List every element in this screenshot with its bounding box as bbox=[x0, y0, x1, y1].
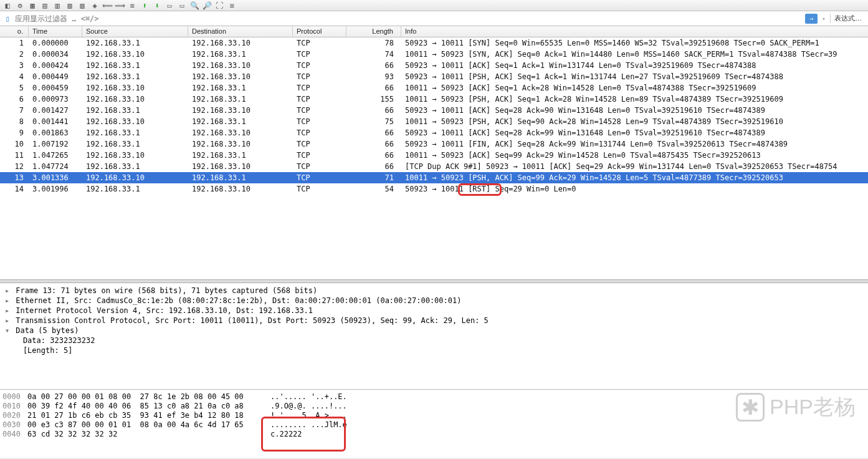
packet-row[interactable]: 143.001996192.168.33.1192.168.33.10TCP54… bbox=[0, 183, 868, 195]
toolbar-icon[interactable]: ≡ bbox=[127, 1, 137, 10]
col-header-time[interactable]: Time bbox=[29, 26, 82, 37]
cell-source: 192.168.33.10 bbox=[82, 82, 188, 94]
packet-row[interactable]: 90.001863192.168.33.1192.168.33.10TCP665… bbox=[0, 127, 868, 138]
zoom-in-icon[interactable]: 🔍 bbox=[189, 1, 199, 10]
toolbar-icon[interactable]: ⬇ bbox=[152, 1, 162, 10]
toolbar-icon[interactable]: ▦ bbox=[27, 1, 37, 10]
hex-offset: 0020 bbox=[2, 411, 27, 420]
hex-line[interactable]: 004063 cd 32 32 32 32 32c.22222 bbox=[0, 430, 868, 439]
cell-length: 66 bbox=[346, 82, 401, 94]
col-header-destination[interactable]: Destination bbox=[188, 26, 293, 37]
hex-ascii: .9.O@.@. ....!... bbox=[270, 402, 370, 411]
detail-line[interactable]: ▸ Ethernet II, Src: CadmusCo_8c:1e:2b (0… bbox=[0, 296, 868, 306]
cell-no: 6 bbox=[0, 94, 29, 105]
packet-row[interactable]: 111.047265192.168.33.10192.168.33.1TCP66… bbox=[0, 150, 868, 161]
cell-source: 192.168.33.1 bbox=[82, 105, 188, 116]
packet-row[interactable]: 121.047724192.168.33.1192.168.33.10TCP66… bbox=[0, 161, 868, 172]
display-filter-input[interactable] bbox=[15, 14, 803, 23]
cell-time: 3.001996 bbox=[29, 183, 82, 195]
col-header-length[interactable]: Length bbox=[346, 26, 401, 37]
packet-row[interactable]: 20.000034192.168.33.10192.168.33.1TCP741… bbox=[0, 49, 868, 60]
detail-line[interactable]: ▸ Internet Protocol Version 4, Src: 192.… bbox=[0, 306, 868, 316]
hex-offset: 0040 bbox=[2, 430, 27, 439]
packet-row[interactable]: 50.000459192.168.33.10192.168.33.1TCP661… bbox=[0, 82, 868, 94]
cell-info: [TCP Dup ACK 9#1] 50923 → 10011 [ACK] Se… bbox=[401, 161, 868, 172]
toolbar-icon[interactable]: ⛶ bbox=[214, 1, 224, 10]
cell-destination: 192.168.33.1 bbox=[188, 82, 293, 94]
toolbar-icon[interactable]: ≡ bbox=[227, 1, 237, 10]
cell-length: 66 bbox=[346, 60, 401, 71]
col-header-no[interactable]: o. bbox=[0, 26, 29, 37]
cell-length: 74 bbox=[346, 49, 401, 60]
filter-apply-icon[interactable]: → bbox=[805, 14, 818, 24]
hex-offset: 0000 bbox=[2, 392, 27, 402]
cell-protocol: TCP bbox=[293, 150, 346, 161]
toolbar-icon[interactable]: ⬆ bbox=[140, 1, 150, 10]
toolbar-icon[interactable]: ◈ bbox=[90, 1, 100, 10]
toolbar-icon[interactable]: ▨ bbox=[77, 1, 87, 10]
cell-source: 192.168.33.10 bbox=[82, 150, 188, 161]
toolbar-icon[interactable]: ⟸ bbox=[102, 1, 112, 10]
expression-button[interactable]: 表达式… bbox=[830, 14, 866, 23]
cell-info: 50923 → 10011 [SYN] Seq=0 Win=65535 Len=… bbox=[401, 37, 868, 49]
cell-time: 0.000034 bbox=[29, 49, 82, 60]
toolbar-icon[interactable]: ▧ bbox=[65, 1, 75, 10]
cell-protocol: TCP bbox=[293, 183, 346, 195]
filter-bookmark-icon[interactable]: ▯ bbox=[2, 14, 12, 24]
cell-time: 0.001863 bbox=[29, 127, 82, 138]
toolbar-icon[interactable]: ◧ bbox=[2, 1, 12, 10]
filter-dropdown-icon[interactable]: ▾ bbox=[820, 16, 827, 22]
cell-time: 0.000424 bbox=[29, 60, 82, 71]
cell-source: 192.168.33.1 bbox=[82, 138, 188, 150]
packet-row[interactable]: 70.001427192.168.33.1192.168.33.10TCP665… bbox=[0, 105, 868, 116]
cell-length: 155 bbox=[346, 94, 401, 105]
cell-no: 2 bbox=[0, 49, 29, 60]
cell-no: 10 bbox=[0, 138, 29, 150]
detail-line[interactable]: ▸ Transmission Control Protocol, Src Por… bbox=[0, 316, 868, 326]
col-header-source[interactable]: Source bbox=[82, 26, 188, 37]
detail-line[interactable]: [Length: 5] bbox=[0, 345, 868, 355]
cell-no: 9 bbox=[0, 127, 29, 138]
detail-line[interactable]: ▸ Frame 13: 71 bytes on wire (568 bits),… bbox=[0, 286, 868, 296]
cell-source: 192.168.33.1 bbox=[82, 71, 188, 82]
packet-list[interactable]: 10.000000192.168.33.1192.168.33.10TCP785… bbox=[0, 37, 868, 279]
hex-ascii: !.'....5 .A.>.... bbox=[270, 411, 370, 420]
packet-row[interactable]: 101.007192192.168.33.1192.168.33.10TCP66… bbox=[0, 138, 868, 150]
col-header-info[interactable]: Info bbox=[401, 26, 868, 37]
toolbar-icon[interactable]: ⚙ bbox=[15, 1, 25, 10]
cell-info: 50923 → 10011 [ACK] Seq=28 Ack=99 Win=13… bbox=[401, 127, 868, 138]
cell-destination: 192.168.33.1 bbox=[188, 172, 293, 183]
cell-protocol: TCP bbox=[293, 116, 346, 127]
cell-destination: 192.168.33.1 bbox=[188, 116, 293, 127]
watermark: ✱ PHP老杨 bbox=[736, 393, 856, 422]
cell-source: 192.168.33.1 bbox=[82, 60, 188, 71]
toolbar-icon[interactable]: ▭ bbox=[165, 1, 174, 10]
detail-line[interactable]: Data: 3232323232 bbox=[0, 336, 868, 345]
packet-row[interactable]: 40.000449192.168.33.1192.168.33.10TCP935… bbox=[0, 71, 868, 82]
cell-length: 66 bbox=[346, 105, 401, 116]
hex-line[interactable]: 003000 e3 c3 87 00 00 01 01 08 0a 00 4a … bbox=[0, 420, 868, 430]
cell-info: 10011 → 50923 [SYN, ACK] Seq=0 Ack=1 Win… bbox=[401, 49, 868, 60]
packet-row[interactable]: 80.001441192.168.33.10192.168.33.1TCP751… bbox=[0, 116, 868, 127]
toolbar-icon[interactable]: ▭ bbox=[177, 1, 187, 10]
hex-bytes: 63 cd 32 32 32 32 32 bbox=[27, 430, 270, 439]
cell-source: 192.168.33.10 bbox=[82, 49, 188, 60]
packet-details-pane[interactable]: ▸ Frame 13: 71 bytes on wire (568 bits),… bbox=[0, 283, 868, 389]
cell-destination: 192.168.33.10 bbox=[188, 183, 293, 195]
cell-no: 11 bbox=[0, 150, 29, 161]
col-header-protocol[interactable]: Protocol bbox=[293, 26, 346, 37]
cell-info: 50923 → 10011 [ACK] Seq=28 Ack=90 Win=13… bbox=[401, 105, 868, 116]
cell-info: 10011 → 50923 [PSH, ACK] Seq=90 Ack=28 W… bbox=[401, 116, 868, 127]
toolbar-icon[interactable]: ⟹ bbox=[115, 1, 125, 10]
packet-row[interactable]: 10.000000192.168.33.1192.168.33.10TCP785… bbox=[0, 37, 868, 49]
packet-row[interactable]: 60.000973192.168.33.10192.168.33.1TCP155… bbox=[0, 94, 868, 105]
packet-row[interactable]: 30.000424192.168.33.1192.168.33.10TCP665… bbox=[0, 60, 868, 71]
packet-row[interactable]: 133.001336192.168.33.10192.168.33.1TCP71… bbox=[0, 172, 868, 183]
detail-line[interactable]: ▾ Data (5 bytes) bbox=[0, 326, 868, 336]
zoom-out-icon[interactable]: 🔎 bbox=[202, 1, 212, 10]
toolbar-icon[interactable]: ▥ bbox=[52, 1, 62, 10]
cell-time: 0.000459 bbox=[29, 82, 82, 94]
packet-list-header: o. Time Source Destination Protocol Leng… bbox=[0, 26, 868, 37]
toolbar-icon[interactable]: ▤ bbox=[40, 1, 50, 10]
cell-protocol: TCP bbox=[293, 60, 346, 71]
